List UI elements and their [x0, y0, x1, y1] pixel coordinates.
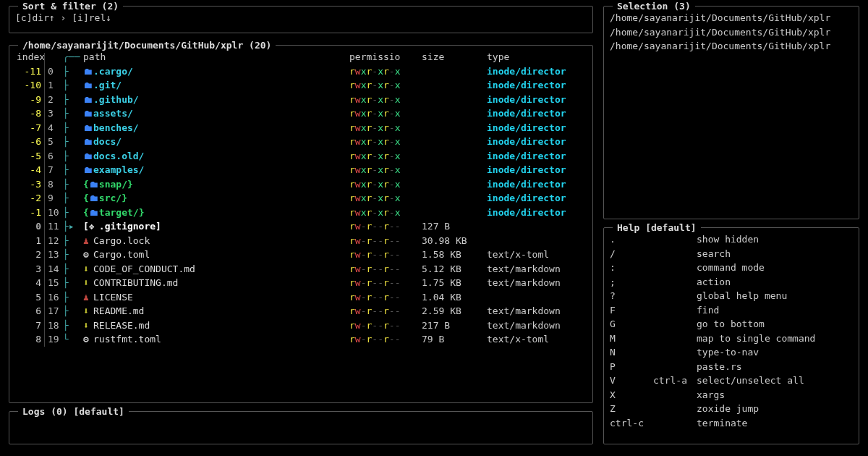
row-type: text/markdown	[487, 304, 581, 318]
row-type: inode/director	[487, 177, 581, 192]
dir-icon: 🖿	[89, 177, 99, 192]
row-absolute-index: 5	[44, 135, 63, 149]
file-row[interactable]: 516├♟LICENSErw-r--r--1.04 KB	[17, 290, 585, 305]
row-type	[487, 234, 581, 248]
help-row: Vctrl-aselect/unselect all	[610, 373, 853, 388]
file-row[interactable]: -38├{🖿snap/}rwxr-xr-xinode/director	[17, 177, 585, 192]
help-description: map to single command	[697, 332, 853, 346]
row-type: text/markdown	[487, 262, 581, 276]
file-row[interactable]: 314├⬇CODE_OF_CONDUCT.mdrw-r--r--5.12 KBt…	[17, 262, 585, 276]
file-row[interactable]: -29├{🖿src/}rwxr-xr-xinode/director	[17, 191, 585, 206]
dir-icon: 🖿	[83, 106, 93, 121]
file-row[interactable]: -74├🖿benches/rwxr-xr-xinode/director	[17, 121, 585, 135]
file-row[interactable]: -101├🖿.git/rwxr-xr-xinode/director	[17, 78, 585, 93]
help-description: search	[697, 247, 853, 261]
selection-item[interactable]: /home/sayanarijit/Documents/GitHub/xplr	[610, 39, 853, 54]
file-row[interactable]: 718├⬇RELEASE.mdrw-r--r--217 Btext/markdo…	[17, 318, 585, 333]
row-relative-index: 0	[17, 219, 44, 234]
help-key: ;	[610, 275, 653, 290]
row-name: {🖿snap/}	[83, 177, 349, 192]
tree-branch: ├	[63, 64, 83, 79]
help-row: Zzoxide jump	[610, 402, 853, 416]
row-size: 1.58 KB	[422, 248, 487, 262]
cwd-title: /home/sayanarijit/Documents/GitHub/xplr …	[18, 38, 276, 53]
row-permissions: rwxr-xr-x	[349, 177, 422, 192]
row-absolute-index: 3	[44, 106, 63, 121]
sort-filter-title: Sort & filter (2)	[18, 0, 123, 14]
tree-branch: ├▸	[63, 219, 83, 234]
row-name: ⚙Cargo.toml	[83, 248, 349, 262]
help-modifier	[653, 247, 697, 261]
help-row: ?global help menu	[610, 289, 853, 303]
row-relative-index: -5	[17, 149, 44, 164]
tree-branch: ├	[63, 290, 83, 305]
row-absolute-index: 6	[44, 149, 63, 164]
tree-branch: ├	[63, 149, 83, 164]
file-listing-panel: /home/sayanarijit/Documents/GitHub/xplr …	[9, 45, 593, 403]
row-relative-index: -10	[17, 78, 44, 93]
selection-item[interactable]: /home/sayanarijit/Documents/GitHub/xplr	[610, 25, 853, 40]
row-size	[422, 206, 487, 220]
row-size: 5.12 KB	[422, 262, 487, 276]
help-modifier	[653, 402, 697, 416]
file-row[interactable]: 112├♟Cargo.lockrw-r--r--30.98 KB	[17, 234, 585, 248]
row-type	[487, 219, 581, 234]
file-row[interactable]: -56├🖿docs.old/rwxr-xr-xinode/director	[17, 149, 585, 164]
file-row[interactable]: 213├⚙Cargo.tomlrw-r--r--1.58 KBtext/x-to…	[17, 248, 585, 262]
help-description: find	[697, 303, 853, 318]
help-modifier	[653, 261, 697, 275]
help-key: /	[610, 247, 653, 261]
selection-title: Selection (3)	[613, 0, 695, 14]
file-row[interactable]: -83├🖿assets/rwxr-xr-xinode/director	[17, 106, 585, 121]
row-permissions: rwxr-xr-x	[349, 149, 422, 164]
row-type: inode/director	[487, 149, 581, 164]
gear-icon: ⚙	[83, 332, 93, 347]
file-row[interactable]: 617├⬇README.mdrw-r--r--2.59 KBtext/markd…	[17, 304, 585, 318]
help-panel: Help [default] .show hidden/search:comma…	[603, 227, 859, 444]
row-relative-index: 4	[17, 276, 44, 290]
row-type: text/x-toml	[487, 332, 581, 347]
row-relative-index: -7	[17, 121, 44, 135]
help-description: zoxide jump	[697, 402, 853, 416]
tree-branch: ├	[63, 206, 83, 220]
down-icon: ⬇	[83, 304, 93, 318]
row-name: ⚙rustfmt.toml	[83, 332, 349, 347]
row-size	[422, 191, 487, 206]
help-modifier	[653, 345, 697, 360]
help-row: ctrl-cterminate	[610, 416, 853, 431]
row-type: inode/director	[487, 191, 581, 206]
row-permissions: rwxr-xr-x	[349, 135, 422, 149]
row-absolute-index: 7	[44, 163, 63, 177]
file-row[interactable]: -47├🖿examples/rwxr-xr-xinode/director	[17, 163, 585, 177]
dir-icon: 🖿	[83, 121, 93, 135]
tree-branch: ├	[63, 234, 83, 248]
row-name: ♟Cargo.lock	[83, 234, 349, 248]
file-row[interactable]: 415├⬇CONTRIBUTING.mdrw-r--r--1.75 KBtext…	[17, 276, 585, 290]
down-icon: ⬇	[83, 262, 93, 276]
row-absolute-index: 9	[44, 191, 63, 206]
file-row[interactable]: -65├🖿docs/rwxr-xr-xinode/director	[17, 135, 585, 149]
row-name: [❖.gitignore]	[83, 219, 349, 234]
dir-icon: 🖿	[83, 135, 93, 149]
row-relative-index: 6	[17, 304, 44, 318]
file-row[interactable]: 819└⚙rustfmt.tomlrw-r--r--79 Btext/x-tom…	[17, 332, 585, 347]
row-permissions: rw-r--r--	[349, 276, 422, 290]
dir-icon: 🖿	[83, 163, 93, 177]
file-row[interactable]: -110├{🖿target/}rwxr-xr-xinode/director	[17, 206, 585, 220]
row-name: 🖿assets/	[83, 106, 349, 121]
row-name: 🖿.github/	[83, 93, 349, 107]
file-row[interactable]: -92├🖿.github/rwxr-xr-xinode/director	[17, 93, 585, 107]
help-description: action	[697, 275, 853, 290]
row-type: text/markdown	[487, 318, 581, 333]
help-row: Mmap to single command	[610, 332, 853, 346]
selection-panel: Selection (3) /home/sayanarijit/Document…	[603, 6, 859, 219]
row-name: 🖿.cargo/	[83, 64, 349, 79]
tree-branch: ├	[63, 177, 83, 192]
row-absolute-index: 1	[44, 78, 63, 93]
row-permissions: rw-r--r--	[349, 318, 422, 333]
row-type	[487, 290, 581, 305]
file-row[interactable]: -110├🖿.cargo/rwxr-xr-xinode/director	[17, 64, 585, 79]
help-row: /search	[610, 247, 853, 261]
file-row[interactable]: 011├▸[❖.gitignore]rw-r--r--127 B	[17, 219, 585, 234]
row-type: inode/director	[487, 64, 581, 79]
